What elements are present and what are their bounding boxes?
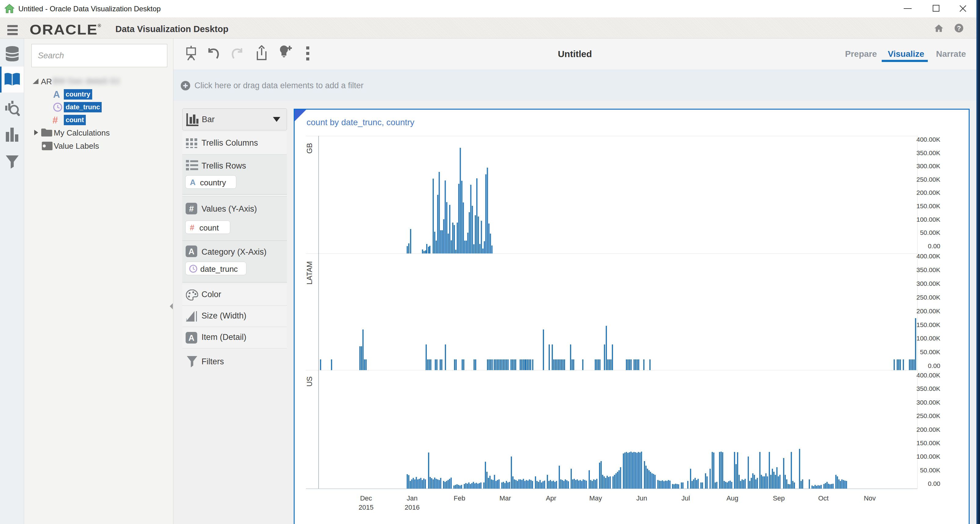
svg-text:?: ? — [957, 24, 961, 32]
svg-text:200.00K: 200.00K — [916, 426, 940, 433]
svg-text:150.00K: 150.00K — [916, 202, 940, 209]
svg-text:Sep: Sep — [773, 494, 784, 502]
svg-text:Aug: Aug — [726, 494, 738, 502]
svg-text:2016: 2016 — [405, 503, 420, 511]
svg-text:100.00K: 100.00K — [916, 334, 940, 342]
svg-text:200.00K: 200.00K — [916, 189, 940, 196]
svg-text:100.00K: 100.00K — [916, 216, 940, 223]
svg-text:#: # — [189, 204, 194, 213]
svg-text:50.00K: 50.00K — [920, 229, 940, 236]
svg-text:Feb: Feb — [454, 494, 465, 502]
svg-text:350.00K: 350.00K — [916, 385, 940, 392]
svg-text:I: I — [186, 318, 187, 322]
svg-text:Mar: Mar — [500, 494, 511, 502]
svg-text:150.00K: 150.00K — [916, 321, 940, 328]
svg-text:350.00K: 350.00K — [916, 149, 940, 156]
svg-text:Oct: Oct — [818, 494, 829, 502]
svg-text:Apr: Apr — [546, 494, 556, 502]
svg-text:100.00K: 100.00K — [916, 453, 940, 460]
svg-text:250.00K: 250.00K — [916, 294, 940, 301]
svg-text:May: May — [589, 494, 602, 502]
svg-text:Nov: Nov — [864, 494, 876, 502]
svg-text:400.00K: 400.00K — [916, 253, 940, 260]
svg-text:0.00: 0.00 — [928, 242, 940, 250]
svg-text:400.00K: 400.00K — [916, 372, 940, 379]
svg-text:A: A — [188, 247, 194, 256]
svg-text:300.00K: 300.00K — [916, 162, 940, 169]
svg-text:350.00K: 350.00K — [916, 266, 940, 273]
svg-text:250.00K: 250.00K — [916, 412, 940, 419]
svg-text:Dec: Dec — [360, 494, 372, 502]
svg-text:LATAM: LATAM — [305, 261, 313, 285]
svg-text:250.00K: 250.00K — [916, 176, 940, 183]
svg-text:A: A — [188, 333, 194, 342]
svg-text:400.00K: 400.00K — [916, 136, 940, 143]
svg-text:2015: 2015 — [359, 503, 374, 511]
svg-text:Jun: Jun — [636, 494, 647, 502]
svg-text:Jan: Jan — [407, 494, 417, 502]
svg-text:Jul: Jul — [681, 494, 690, 502]
svg-text:300.00K: 300.00K — [916, 280, 940, 287]
svg-text:50.00K: 50.00K — [920, 349, 940, 355]
svg-text:200.00K: 200.00K — [916, 307, 940, 315]
svg-text:300.00K: 300.00K — [916, 399, 940, 406]
svg-text:150.00K: 150.00K — [916, 440, 940, 446]
svg-text:0.00: 0.00 — [928, 362, 940, 369]
svg-text:GB: GB — [305, 143, 313, 154]
svg-text:0.00: 0.00 — [928, 480, 940, 487]
svg-text:US: US — [305, 376, 313, 387]
svg-text:50.00K: 50.00K — [920, 467, 940, 474]
